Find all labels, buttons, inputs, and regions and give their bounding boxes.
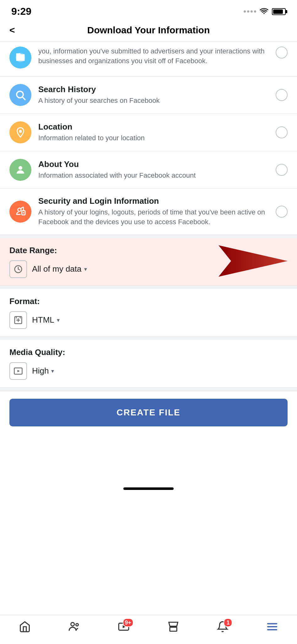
svg-point-8 <box>23 212 24 214</box>
status-time: 9:29 <box>11 6 31 17</box>
search-history-title: Search History <box>38 85 269 94</box>
back-button[interactable]: < <box>9 25 15 36</box>
section-divider-1 <box>0 235 297 238</box>
location-radio[interactable] <box>276 126 288 138</box>
date-range-label: Date Range: <box>9 246 288 255</box>
date-range-value: All of my data ▾ <box>32 264 87 274</box>
list-item-search-history: Search History A history of your searche… <box>0 76 297 114</box>
svg-marker-19 <box>18 370 20 372</box>
wifi-icon <box>259 8 269 16</box>
nav-friends[interactable] <box>68 621 80 633</box>
media-quality-icon-box <box>9 362 27 380</box>
friends-icon <box>68 621 80 633</box>
format-section: Format: HTML ▾ <box>0 289 297 337</box>
media-quality-dropdown[interactable]: High ▾ <box>9 362 288 380</box>
list-item-security-login: Security and Login Information A history… <box>0 189 297 235</box>
date-range-section: Date Range: All of my data ▾ <box>0 238 297 286</box>
date-range-caret: ▾ <box>84 266 87 273</box>
svg-line-2 <box>23 97 25 100</box>
section-divider-3 <box>0 337 297 340</box>
about-you-title: About You <box>38 159 269 169</box>
svg-point-21 <box>76 624 78 626</box>
menu-icon <box>266 621 278 633</box>
search-history-text: Search History A history of your searche… <box>38 85 269 106</box>
location-text: Location Information related to your loc… <box>38 122 269 143</box>
section-divider-2 <box>0 286 297 289</box>
nav-home[interactable] <box>19 621 31 633</box>
watch-badge: 9+ <box>123 618 134 627</box>
list-item-location: Location Information related to your loc… <box>0 114 297 151</box>
format-icon-box <box>9 311 27 329</box>
notifications-badge: 1 <box>224 618 232 627</box>
svg-line-13 <box>18 269 20 270</box>
search-history-desc: A history of your searches on Facebook <box>38 96 269 106</box>
nav-marketplace[interactable] <box>167 621 179 633</box>
page-title: Download Your Information <box>87 25 210 36</box>
location-icon <box>9 121 31 143</box>
media-quality-caret: ▾ <box>51 368 54 375</box>
date-range-icon-box <box>9 260 27 278</box>
marketplace-icon <box>167 621 179 633</box>
media-quality-value: High ▾ <box>32 366 54 376</box>
format-dropdown[interactable]: HTML ▾ <box>9 311 288 329</box>
battery-icon <box>272 8 286 15</box>
bottom-nav: 9+ 1 <box>0 615 297 644</box>
about-you-desc: Information associated with your Faceboo… <box>38 171 269 180</box>
svg-point-20 <box>71 623 74 626</box>
security-login-desc: A history of your logins, logouts, perio… <box>38 208 269 227</box>
status-icons <box>244 8 286 16</box>
format-value: HTML ▾ <box>32 315 60 325</box>
nav-spacer <box>0 434 297 484</box>
security-login-title: Security and Login Information <box>38 196 269 206</box>
about-you-icon <box>9 159 31 181</box>
about-you-text: About You Information associated with yo… <box>38 159 269 180</box>
partial-item-desc: you, information you've submitted to adv… <box>38 45 265 65</box>
status-bar: 9:29 <box>0 0 297 20</box>
partial-item-text: you, information you've submitted to adv… <box>38 47 269 66</box>
format-caret: ▾ <box>57 317 60 324</box>
partial-item-radio[interactable] <box>276 47 288 58</box>
create-file-button[interactable]: CREATE FILE <box>9 399 288 426</box>
list-item-about-you: About You Information associated with yo… <box>0 151 297 189</box>
search-history-icon <box>9 84 31 106</box>
section-divider-4 <box>0 388 297 391</box>
signal-icon <box>244 10 256 13</box>
date-range-dropdown[interactable]: All of my data ▾ <box>9 260 288 278</box>
svg-rect-24 <box>170 627 177 631</box>
home-indicator <box>123 487 174 490</box>
media-quality-section: Media Quality: High ▾ <box>0 340 297 388</box>
security-login-icon <box>9 201 31 223</box>
search-history-radio[interactable] <box>276 89 288 101</box>
home-icon <box>19 621 31 633</box>
nav-notifications[interactable]: 1 <box>217 621 229 633</box>
location-title: Location <box>38 122 269 132</box>
nav-watch[interactable]: 9+ <box>118 621 130 633</box>
partial-list-item: you, information you've submitted to adv… <box>0 42 297 76</box>
about-you-radio[interactable] <box>276 164 288 176</box>
svg-point-4 <box>19 130 22 132</box>
create-file-section: CREATE FILE <box>0 391 297 434</box>
header: < Download Your Information <box>0 20 297 42</box>
security-login-radio[interactable] <box>276 206 288 218</box>
location-desc: Information related to your location <box>38 133 269 143</box>
media-quality-label: Media Quality: <box>9 347 288 357</box>
svg-point-5 <box>19 166 22 170</box>
security-login-text: Security and Login Information A history… <box>38 196 269 227</box>
nav-menu[interactable] <box>266 621 278 633</box>
format-label: Format: <box>9 297 288 306</box>
partial-item-icon <box>9 47 31 69</box>
